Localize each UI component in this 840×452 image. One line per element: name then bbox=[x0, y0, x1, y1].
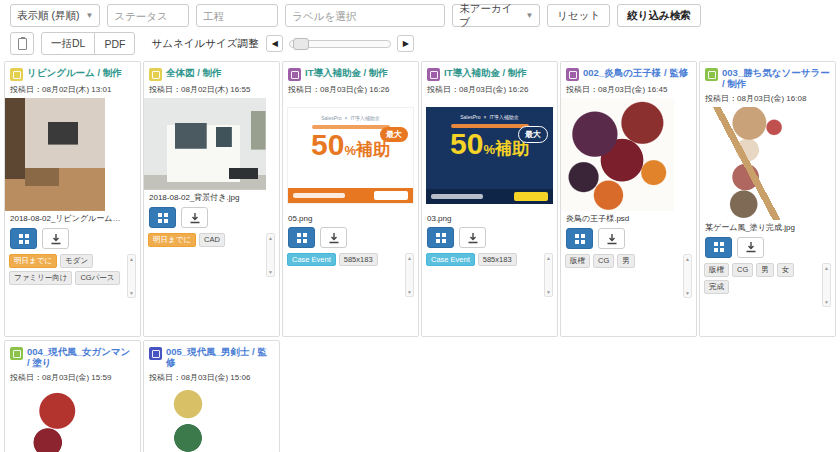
banner-50-text: 50 bbox=[311, 130, 344, 160]
card-filename: 03.png bbox=[422, 212, 557, 223]
card-thumbnail[interactable] bbox=[700, 107, 795, 220]
item-type-icon[interactable] bbox=[149, 68, 162, 81]
card-header: 002_炎鳥の王子様 / 監修 bbox=[561, 62, 696, 81]
card-actions bbox=[422, 223, 557, 248]
tags-scrollbar[interactable]: ▲ ▼ bbox=[822, 263, 831, 307]
banner-percent-text: % bbox=[483, 142, 495, 157]
card-title-link[interactable]: 003_勝ち気なソーサラー / 制作 bbox=[722, 67, 830, 90]
tag-badge: 完成 bbox=[704, 280, 729, 294]
tag-badge: モダン bbox=[60, 254, 93, 268]
card-title-link[interactable]: 004_現代風_女ガンマン / 塗り bbox=[27, 346, 135, 369]
card-title-link[interactable]: IT導入補助金 / 制作 bbox=[305, 67, 388, 78]
asset-card: 002_炎鳥の王子様 / 監修 投稿日：08月03日(金) 16:45 炎鳥の王… bbox=[560, 61, 697, 337]
card-title-link[interactable]: 002_炎鳥の王子様 / 監修 bbox=[583, 67, 688, 78]
tag-badge: CG bbox=[593, 254, 614, 268]
banner-bottom-bar bbox=[288, 188, 413, 203]
card-title-link[interactable]: IT導入補助金 / 制作 bbox=[444, 67, 527, 78]
tag-badge: 男 bbox=[617, 254, 635, 268]
grid-view-button[interactable] bbox=[705, 237, 732, 258]
grid-view-button[interactable] bbox=[149, 207, 176, 228]
card-actions bbox=[5, 224, 140, 249]
thumbnail-size-increase-button[interactable]: ▶ bbox=[397, 35, 414, 52]
thumbnail-size-decrease-button[interactable]: ◀ bbox=[266, 35, 283, 52]
item-type-icon[interactable] bbox=[10, 68, 23, 81]
banner-bottom-bar bbox=[426, 189, 553, 204]
grid-view-button[interactable] bbox=[288, 227, 315, 248]
tag-badge: 明日までに bbox=[148, 233, 196, 247]
item-type-icon[interactable] bbox=[705, 68, 718, 81]
asset-card: 004_現代風_女ガンマン / 塗り 投稿日：08月03日(金) 15:59 ▲ bbox=[4, 340, 141, 452]
scroll-down-icon: ▼ bbox=[407, 289, 412, 295]
download-button[interactable] bbox=[320, 227, 347, 248]
card-actions bbox=[700, 233, 835, 258]
card-tags: 版権CG男女完成 ▲ ▼ bbox=[704, 263, 831, 309]
item-type-icon[interactable] bbox=[10, 347, 23, 360]
asset-card: 005_現代風_男剣士 / 監修 投稿日：08月03日(金) 15:06 ▲ bbox=[143, 340, 280, 452]
card-thumbnail[interactable]: SalesPro×IT導入補助金 50 % 補助 最大 bbox=[283, 98, 418, 212]
status-filter-input[interactable] bbox=[107, 4, 189, 27]
reset-button[interactable]: リセット bbox=[547, 4, 610, 27]
card-tags: 明日までにCAD ▲ ▼ bbox=[148, 233, 275, 279]
banner-50-text: 50 bbox=[450, 129, 483, 159]
card-header: 全体図 / 制作 bbox=[144, 62, 279, 81]
scroll-down-icon: ▼ bbox=[824, 299, 829, 305]
item-type-icon[interactable] bbox=[566, 68, 579, 81]
download-icon bbox=[189, 212, 201, 224]
download-button[interactable] bbox=[598, 228, 625, 249]
card-title-link[interactable]: 全体図 / 制作 bbox=[166, 67, 221, 78]
card-thumbnail[interactable] bbox=[5, 386, 100, 452]
card-post-date: 投稿日：08月03日(金) 16:26 bbox=[283, 81, 418, 95]
card-title-link[interactable]: 005_現代風_男剣士 / 監修 bbox=[166, 346, 274, 369]
grid-view-button[interactable] bbox=[10, 228, 37, 249]
download-button[interactable] bbox=[459, 227, 486, 248]
card-thumbnail[interactable] bbox=[561, 98, 674, 211]
scroll-down-icon: ▼ bbox=[268, 269, 273, 275]
thumbnail-image bbox=[5, 98, 105, 211]
download-button[interactable] bbox=[737, 237, 764, 258]
archive-filter-select[interactable]: 未アーカイブ ▼ bbox=[452, 4, 540, 27]
tag-badge: CGパース bbox=[75, 271, 119, 285]
tags-scrollbar[interactable]: ▲ ▼ bbox=[405, 253, 414, 297]
tags-scrollbar[interactable]: ▲ ▼ bbox=[127, 254, 136, 298]
tag-badge: 版権 bbox=[704, 263, 729, 277]
tags-scrollbar[interactable]: ▲ ▼ bbox=[266, 233, 275, 277]
card-post-date: 投稿日：08月02日(木) 13:01 bbox=[5, 81, 140, 95]
item-type-icon[interactable] bbox=[288, 68, 301, 81]
grid-icon bbox=[19, 234, 23, 238]
sort-order-select[interactable]: 表示順 (昇順) ▼ bbox=[10, 4, 100, 27]
thumbnail-image: SalesPro×IT導入補助金 50 % 補助 最大 bbox=[426, 107, 553, 204]
bulk-download-button[interactable]: 一括DL bbox=[41, 32, 95, 55]
card-thumbnail[interactable]: SalesPro×IT導入補助金 50 % 補助 最大 bbox=[422, 98, 557, 212]
label-filter-input[interactable] bbox=[285, 4, 445, 27]
download-icon bbox=[328, 232, 340, 244]
item-type-icon[interactable] bbox=[427, 68, 440, 81]
download-icon bbox=[745, 241, 757, 253]
card-tags: Case Event585x183 ▲ ▼ bbox=[426, 253, 553, 299]
banner-max-badge: 最大 bbox=[380, 127, 408, 142]
item-type-icon[interactable] bbox=[149, 347, 162, 360]
filter-search-button[interactable]: 絞り込み検索 bbox=[617, 4, 701, 27]
download-button[interactable] bbox=[181, 207, 208, 228]
card-thumbnail[interactable] bbox=[144, 98, 266, 190]
banner-artwork: SalesPro×IT導入補助金 50 % 補助 最大 bbox=[426, 107, 553, 204]
card-post-date: 投稿日：08月02日(木) 16:55 bbox=[144, 81, 279, 95]
card-thumbnail[interactable] bbox=[5, 98, 105, 211]
scroll-up-icon: ▲ bbox=[407, 255, 412, 261]
tags-scrollbar[interactable]: ▲ ▼ bbox=[683, 254, 692, 298]
grid-view-button[interactable] bbox=[427, 227, 454, 248]
thumbnail-size-slider[interactable] bbox=[289, 40, 391, 48]
tags-scrollbar[interactable]: ▲ ▼ bbox=[544, 253, 553, 297]
copy-list-button[interactable] bbox=[10, 32, 34, 55]
tag-badge: 版権 bbox=[565, 254, 590, 268]
card-actions bbox=[144, 203, 279, 228]
slider-handle[interactable] bbox=[293, 38, 309, 50]
card-header: 004_現代風_女ガンマン / 塗り bbox=[5, 341, 140, 369]
pdf-export-button[interactable]: PDF bbox=[94, 32, 135, 55]
card-thumbnail[interactable] bbox=[144, 386, 232, 452]
card-title-link[interactable]: リビングルーム / 制作 bbox=[27, 67, 122, 78]
grid-view-button[interactable] bbox=[566, 228, 593, 249]
banner-artwork: SalesPro×IT導入補助金 50 % 補助 最大 bbox=[287, 107, 414, 204]
process-filter-input[interactable] bbox=[196, 4, 278, 27]
tag-badge: 男 bbox=[756, 263, 774, 277]
download-button[interactable] bbox=[42, 228, 69, 249]
